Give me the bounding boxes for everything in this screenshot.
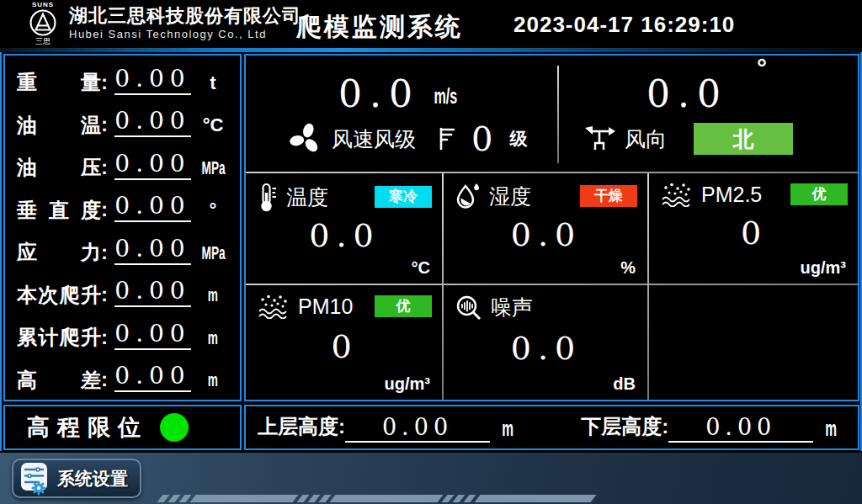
sensor-unit: ug/m³ <box>258 374 432 396</box>
metric-label: 重量 <box>17 72 101 94</box>
metric-value: 0.00 <box>114 67 191 95</box>
settings-sliders-icon <box>20 462 51 496</box>
wind-direction-section: 0.0 ° 风向 <box>557 56 856 172</box>
wind-direction-value: 0.0 <box>646 76 728 113</box>
metric-label: 油压 <box>17 157 101 179</box>
company-name: 湖北三思科技股份有限公司 Hubei Sansi Technology Co.,… <box>69 4 301 42</box>
settings-button-label: 系统设置 <box>57 467 128 491</box>
sensor-name: PM10 <box>298 294 353 319</box>
logo-circle-icon <box>29 8 57 37</box>
metric-label: 油温 <box>17 114 101 137</box>
sensor-name: 噪声 <box>491 294 533 321</box>
screen-edge-left <box>0 52 2 451</box>
taskbar: 系统设置 <box>0 453 862 504</box>
datetime: 2023-04-17 16:29:10 <box>513 12 735 38</box>
metric-row-weight: 重量: 0.00 t <box>5 56 240 99</box>
header: SUNS 三思 湖北三思科技股份有限公司 Hubei Sansi Technol… <box>0 0 862 48</box>
sensor-status-badge: 寒冷 <box>375 186 432 208</box>
company-logo: SUNS 三思 <box>22 1 64 45</box>
metric-label: 垂直度 <box>17 199 101 222</box>
wind-speed-value: 0.0 <box>338 76 420 113</box>
sensor-unit: °C <box>258 258 432 280</box>
settings-button[interactable]: 系统设置 <box>12 459 141 498</box>
header-divider <box>0 48 862 52</box>
metrics-panel: 重量: 0.00 t 油温: 0.00 °C 油压: 0.00 MPa 垂直度:… <box>3 54 242 401</box>
sensor-status-badge: 优 <box>375 295 432 317</box>
sensor-value: 0.0 <box>455 210 637 258</box>
sensor-status-badge: 优 <box>790 183 848 205</box>
lower-height-value: 0.00 <box>668 416 813 443</box>
lower-height-label: 下层高度: <box>581 413 668 443</box>
metric-value: 0.00 <box>114 364 191 392</box>
company-name-cn: 湖北三思科技股份有限公司 <box>69 4 301 27</box>
noise-icon <box>455 294 482 321</box>
metric-colon: : <box>101 283 111 307</box>
sensor-value: 0 <box>661 207 848 258</box>
wind-flag-icon <box>436 125 456 152</box>
metric-value: 0.00 <box>114 237 191 265</box>
wind-level-unit: 级 <box>509 127 527 151</box>
sensor-card-humidity: 湿度 干燥 0.0 % <box>444 173 647 284</box>
sensor-unit: % <box>455 258 637 280</box>
page-title: 爬模监测系统 <box>296 10 463 45</box>
pm10-particles-icon <box>258 294 290 319</box>
sensor-value: 0.0 <box>455 321 637 374</box>
metric-row-height-diff: 高差: 0.00 m <box>5 354 240 397</box>
gear-icon <box>33 482 45 494</box>
elevation-status-indicator <box>160 413 189 442</box>
metric-colon: : <box>101 113 111 137</box>
wind-speed-label: 风速风级 <box>332 125 416 153</box>
sensor-card-pm10: PM10 优 0 ug/m³ <box>246 285 442 400</box>
wind-speed-unit: m/s <box>427 83 465 109</box>
elevation-limit-panel: 高程限位 <box>3 405 242 450</box>
taskbar-stripe-decoration <box>160 495 610 502</box>
sensor-name: PM2.5 <box>701 183 762 207</box>
metric-value: 0.00 <box>114 322 191 350</box>
company-name-en: Hubei Sansi Technology Co., Ltd <box>69 27 301 42</box>
wind-direction-label: 风向 <box>625 125 667 153</box>
metric-row-current-climb: 本次爬升: 0.00 m <box>5 269 240 312</box>
metric-row-total-climb: 累计爬升: 0.00 m <box>5 311 240 354</box>
metric-unit: m <box>194 327 231 350</box>
fan-icon <box>288 121 323 157</box>
metric-value: 0.00 <box>114 109 191 137</box>
metric-label: 高差 <box>17 369 101 392</box>
sensor-unit: ug/m³ <box>661 258 848 280</box>
wind-level-value: 0 <box>471 122 492 156</box>
metric-row-verticality: 垂直度: 0.00 ° <box>5 184 240 227</box>
thermometer-icon <box>258 182 278 212</box>
upper-height-group: 上层高度: 0.00 m <box>258 413 517 443</box>
wind-section: 0.0 m/s 风速风级 <box>246 56 858 172</box>
hmi-screen: SUNS 三思 湖北三思科技股份有限公司 Hubei Sansi Technol… <box>0 0 862 504</box>
pm25-particles-icon <box>661 182 693 207</box>
upper-height-value: 0.00 <box>345 416 490 443</box>
sensor-card-noise: 噪声 0.0 dB <box>444 285 647 400</box>
sensor-name: 温度 <box>286 183 328 211</box>
sensor-card-pm25: PM2.5 优 0 ug/m³ <box>649 173 858 284</box>
lower-height-unit: m <box>822 416 840 443</box>
upper-height-unit: m <box>498 416 517 443</box>
metric-colon: : <box>101 198 111 222</box>
metric-label: 本次爬升 <box>17 284 101 307</box>
sensor-value: 0.0 <box>258 212 432 258</box>
wind-direction-badge: 北 <box>694 123 793 155</box>
metric-label: 应力 <box>17 241 101 264</box>
elevation-limit-label: 高程限位 <box>27 412 148 443</box>
logo-suns-text: SUNS <box>22 1 64 8</box>
metric-label: 累计爬升 <box>17 326 101 349</box>
metric-value: 0.00 <box>114 152 191 180</box>
metric-value: 0.00 <box>114 194 191 222</box>
metric-unit: MPa <box>194 157 231 180</box>
metric-unit: m <box>194 284 231 307</box>
sensor-unit: dB <box>455 374 637 396</box>
lower-height-group: 下层高度: 0.00 m <box>581 413 840 443</box>
metric-unit: m <box>194 369 231 392</box>
sensor-value: 0 <box>258 319 432 374</box>
logo-sansi-text: 三思 <box>22 37 64 45</box>
metric-colon: : <box>101 326 111 350</box>
metric-row-oil-pressure: 油压: 0.00 MPa <box>5 141 240 184</box>
metric-colon: : <box>101 156 111 180</box>
environment-panel: 0.0 m/s 风速风级 <box>244 54 859 401</box>
wind-speed-section: 0.0 m/s 风速风级 <box>246 56 557 172</box>
metric-unit: MPa <box>194 242 231 265</box>
